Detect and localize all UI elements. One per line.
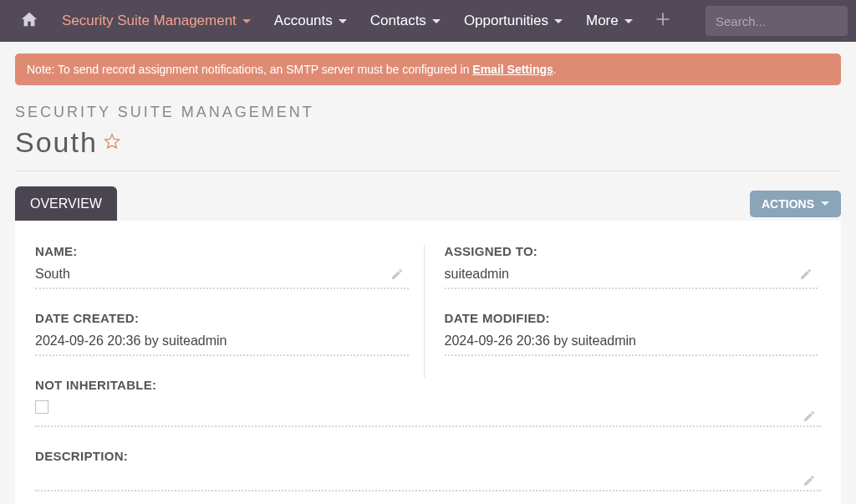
nav-contacts[interactable]: Contacts <box>359 13 452 29</box>
search-input[interactable] <box>706 6 848 36</box>
checkbox-unchecked[interactable] <box>35 400 48 414</box>
nav-label: Security Suite Management <box>62 13 237 29</box>
module-label: SECURITY SUITE MANAGEMENT <box>15 104 841 121</box>
nav-more[interactable]: More <box>574 13 645 29</box>
field-label: DATE MODIFIED: <box>445 311 818 325</box>
home-icon[interactable] <box>8 10 50 32</box>
email-settings-link[interactable]: Email Settings <box>472 63 553 76</box>
nav-label: Accounts <box>274 13 333 29</box>
chevron-down-icon <box>624 19 633 23</box>
field-value <box>35 400 821 427</box>
field-date-created: DATE CREATED: 2024-09-26 20:36 by suitea… <box>35 311 409 356</box>
edit-icon[interactable] <box>799 267 813 284</box>
field-name: NAME: South <box>35 244 409 289</box>
alert-suffix: . <box>553 63 557 76</box>
nav-label: More <box>586 13 619 29</box>
nav-label: Contacts <box>370 13 426 29</box>
field-value: 2024-09-26 20:36 by suiteadmin <box>35 333 409 356</box>
overview-panel: NAME: South ASSIGNED TO: suiteadmin DATE… <box>15 221 841 504</box>
edit-icon[interactable] <box>802 474 816 491</box>
nav-accounts[interactable]: Accounts <box>262 13 359 29</box>
chevron-down-icon <box>242 19 251 23</box>
field-description: DESCRIPTION: <box>35 449 821 491</box>
field-value <box>35 471 821 491</box>
chevron-down-icon <box>821 201 829 206</box>
field-label: NAME: <box>35 244 409 258</box>
record-title: South <box>15 126 98 159</box>
field-value: suiteadmin <box>445 267 818 289</box>
field-label: DATE CREATED: <box>35 311 409 325</box>
tab-overview[interactable]: OVERVIEW <box>15 186 117 221</box>
top-nav: Security Suite Management Accounts Conta… <box>0 0 856 42</box>
field-assigned-to: ASSIGNED TO: suiteadmin <box>445 244 818 289</box>
nav-label: Opportunities <box>464 13 548 29</box>
chevron-down-icon <box>554 19 563 23</box>
field-value: 2024-09-26 20:36 by suiteadmin <box>445 333 818 356</box>
nav-security-suite-management[interactable]: Security Suite Management <box>50 13 262 29</box>
field-label: ASSIGNED TO: <box>445 244 818 258</box>
alert-prefix: Note: To send record assignment notifica… <box>27 63 472 76</box>
actions-button[interactable]: ACTIONS <box>750 191 841 217</box>
record-title-row: South <box>15 126 841 159</box>
smtp-alert: Note: To send record assignment notifica… <box>15 53 841 85</box>
quick-create-button[interactable] <box>645 11 681 31</box>
chevron-down-icon <box>339 19 347 23</box>
field-label: DESCRIPTION: <box>35 449 821 463</box>
header-divider <box>15 171 841 171</box>
chevron-down-icon <box>432 19 441 23</box>
nav-opportunities[interactable]: Opportunities <box>452 13 574 29</box>
field-not-inheritable: NOT INHERITABLE: <box>35 378 821 427</box>
page-container: Note: To send record assignment notifica… <box>0 42 856 504</box>
favorite-star-icon[interactable] <box>103 132 121 154</box>
tab-actions-row: OVERVIEW ACTIONS <box>15 186 841 221</box>
field-label: NOT INHERITABLE: <box>35 378 821 392</box>
edit-icon[interactable] <box>802 410 816 426</box>
field-value: South <box>35 267 409 289</box>
edit-icon[interactable] <box>390 267 404 284</box>
field-date-modified: DATE MODIFIED: 2024-09-26 20:36 by suite… <box>445 311 818 356</box>
actions-label: ACTIONS <box>762 197 814 211</box>
